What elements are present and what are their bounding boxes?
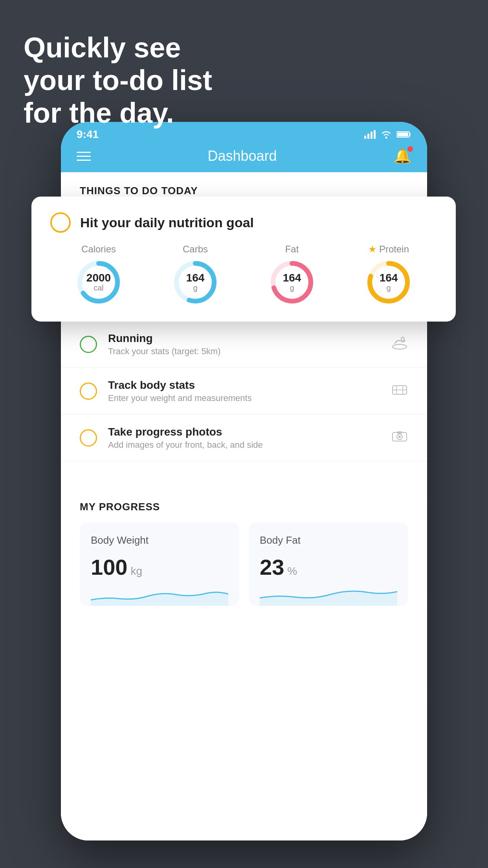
progress-section-title: MY PROGRESS (80, 501, 408, 513)
menu-icon[interactable] (77, 152, 91, 161)
signal-icon (364, 130, 376, 139)
nutrition-row: Calories 2000 cal Carbs (50, 244, 437, 306)
progress-fat-value-row: 23 % (260, 554, 397, 580)
svg-rect-6 (397, 132, 408, 136)
todo-circle-running (80, 336, 97, 353)
progress-card-weight-title: Body Weight (91, 534, 228, 546)
todo-list: Running Track your stats (target: 5km) T… (61, 321, 427, 622)
weight-chart (91, 586, 228, 606)
nutrition-carbs: Carbs 164 g (172, 244, 219, 306)
todo-sub-running: Track your stats (target: 5km) (108, 346, 380, 357)
todo-circle-bodystats (80, 383, 97, 400)
progress-fat-unit: % (287, 565, 297, 577)
calories-value: 2000 (86, 272, 111, 283)
protein-star-icon: ★ (368, 244, 377, 255)
protein-value: 164 (380, 272, 398, 283)
fat-chart (260, 586, 397, 606)
calories-donut: 2000 cal (75, 259, 122, 306)
carbs-donut: 164 g (172, 259, 219, 306)
nav-bar: Dashboard 🔔 (61, 144, 427, 172)
status-time: 9:41 (77, 128, 99, 141)
fat-label: Fat (285, 244, 299, 255)
nutrition-calories: Calories 2000 cal (75, 244, 122, 306)
svg-point-4 (385, 137, 387, 139)
progress-card-fat[interactable]: Body Fat 23 % (249, 522, 408, 606)
todo-item-bodystats[interactable]: Track body stats Enter your weight and m… (61, 368, 427, 415)
todo-sub-photos: Add images of your front, back, and side (108, 440, 380, 450)
wifi-icon (381, 130, 392, 139)
svg-point-15 (398, 436, 401, 438)
bodystats-icon (391, 383, 408, 400)
progress-card-fat-title: Body Fat (260, 534, 397, 546)
progress-weight-unit: kg (130, 565, 142, 577)
todo-title-running: Running (108, 332, 380, 345)
calories-label: Calories (81, 244, 116, 255)
carbs-label: Carbs (183, 244, 208, 255)
bell-icon[interactable]: 🔔 (394, 148, 411, 164)
notification-dot (407, 146, 413, 152)
todo-title-photos: Take progress photos (108, 426, 380, 438)
protein-donut: 164 g (365, 259, 412, 306)
progress-fat-value: 23 (260, 554, 284, 580)
fat-value: 164 (283, 272, 301, 283)
fat-unit: g (283, 283, 301, 292)
todo-title-bodystats: Track body stats (108, 379, 380, 392)
todo-sub-bodystats: Enter your weight and measurements (108, 393, 380, 403)
svg-rect-0 (364, 136, 366, 139)
todo-circle-photos (80, 429, 97, 447)
protein-unit: g (380, 283, 398, 292)
todo-item-running[interactable]: Running Track your stats (target: 5km) (61, 321, 427, 368)
calories-unit: cal (86, 283, 111, 292)
section-title: THINGS TO DO TODAY (80, 185, 408, 197)
photos-icon (391, 429, 408, 447)
todo-item-photos[interactable]: Take progress photos Add images of your … (61, 415, 427, 462)
nutrition-fat: Fat 164 g (268, 244, 316, 306)
todo-text-photos: Take progress photos Add images of your … (108, 426, 380, 450)
nutrition-protein: ★ Protein 164 g (365, 244, 412, 306)
carbs-unit: g (186, 283, 205, 292)
hero-text: Quickly see your to-do list for the day. (24, 31, 212, 129)
progress-weight-value-row: 100 kg (91, 554, 228, 580)
status-icons (364, 130, 411, 139)
svg-point-8 (401, 337, 404, 340)
protein-label: ★ Protein (368, 244, 409, 255)
card-title: Hit your daily nutrition goal (80, 215, 254, 230)
card-header: Hit your daily nutrition goal (50, 212, 437, 233)
todo-text-running: Running Track your stats (target: 5km) (108, 332, 380, 357)
progress-cards: Body Weight 100 kg Bo (80, 522, 408, 606)
card-check-circle (50, 212, 71, 233)
running-icon (391, 336, 408, 353)
progress-card-weight[interactable]: Body Weight 100 kg (80, 522, 239, 606)
fat-donut: 164 g (268, 259, 316, 306)
battery-icon (396, 131, 411, 138)
progress-section: MY PROGRESS Body Weight 100 kg (61, 485, 427, 622)
svg-rect-3 (374, 130, 376, 139)
nav-title: Dashboard (207, 148, 277, 164)
svg-rect-2 (371, 132, 372, 139)
svg-rect-1 (367, 134, 369, 139)
progress-weight-value: 100 (91, 554, 127, 580)
nutrition-card: Hit your daily nutrition goal Calories 2… (31, 197, 456, 322)
carbs-value: 164 (186, 272, 205, 283)
todo-text-bodystats: Track body stats Enter your weight and m… (108, 379, 380, 403)
svg-point-7 (393, 344, 407, 349)
